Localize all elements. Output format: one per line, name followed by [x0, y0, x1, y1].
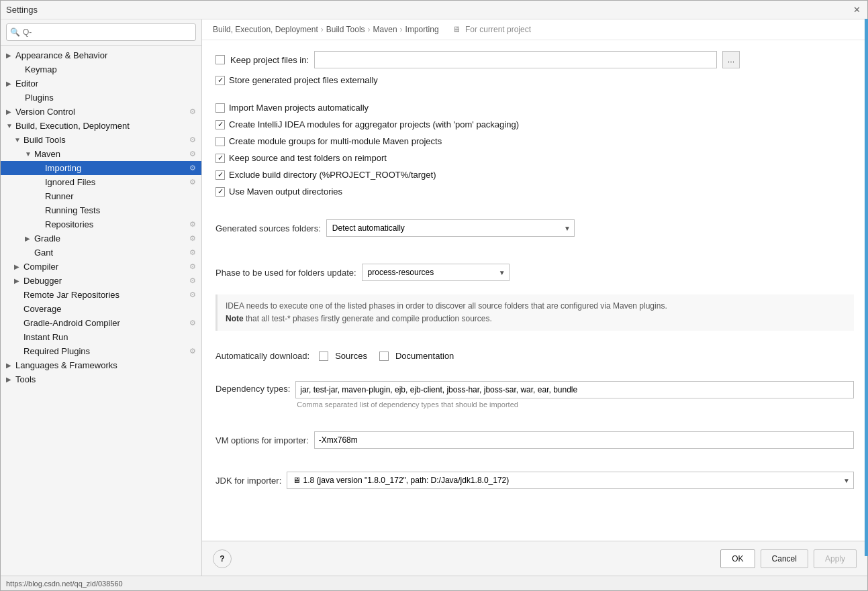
create-module-groups-checkbox[interactable] — [215, 137, 225, 146]
sidebar-item-label: Plugins — [25, 93, 196, 103]
import-maven-checkbox[interactable] — [215, 103, 225, 113]
auto-download-label: Automatically download: — [215, 351, 309, 361]
keep-project-files-input[interactable] — [314, 51, 717, 68]
sidebar-item-keymap[interactable]: Keymap — [1, 62, 201, 76]
sidebar-item-label: Ignored Files — [45, 177, 189, 187]
sidebar-item-ignored-files[interactable]: Ignored Files ⚙ — [1, 175, 201, 189]
expand-icon: ▼ — [6, 122, 15, 129]
jdk-label: JDK for importer: — [215, 476, 281, 486]
generated-sources-dropdown-wrapper: Detect automatically target/generated-so… — [326, 219, 575, 237]
cancel-button[interactable]: Cancel — [761, 549, 808, 568]
sources-checkbox[interactable] — [319, 352, 328, 361]
auto-download-row: Automatically download: Sources Document… — [215, 351, 854, 361]
jdk-dropdown[interactable]: 🖥 1.8 (java version "1.8.0_172", path: D… — [287, 472, 854, 489]
import-maven-row: Import Maven projects automatically — [215, 103, 854, 113]
sidebar-item-build-tools[interactable]: ▼ Build Tools ⚙ — [1, 133, 201, 147]
keep-project-files-label: Keep project files in: — [230, 55, 309, 65]
breadcrumb-sep-3: › — [400, 25, 403, 34]
apply-button[interactable]: Apply — [814, 549, 857, 568]
help-button[interactable]: ? — [213, 549, 232, 568]
sidebar-item-label: Remote Jar Repositories — [23, 290, 189, 300]
status-bar: https://blog.csdn.net/qq_zid/038560 — [1, 576, 867, 590]
vm-options-row: VM options for importer: — [215, 431, 854, 449]
sidebar-item-label: Build Tools — [23, 135, 189, 145]
dependency-field: Comma separated list of dependency types… — [295, 381, 854, 409]
keep-source-row: Keep source and test folders on reimport — [215, 153, 854, 163]
settings-icon: ⚙ — [189, 276, 196, 285]
expand-icon: ▶ — [6, 80, 15, 87]
settings-icon: ⚙ — [189, 347, 196, 356]
sidebar-item-runner[interactable]: Runner — [1, 189, 201, 203]
content-scroll: Keep project files in: … Store generated… — [202, 40, 867, 541]
titlebar-title: Settings — [6, 5, 38, 15]
sidebar-item-languages[interactable]: ▶ Languages & Frameworks — [1, 358, 201, 372]
sidebar-item-instant-run[interactable]: Instant Run — [1, 330, 201, 344]
sidebar-item-compiler[interactable]: ▶ Compiler ⚙ — [1, 260, 201, 274]
expand-icon: ▼ — [14, 136, 23, 144]
sidebar-item-label: Importing — [45, 163, 189, 173]
sidebar-item-label: Gradle — [34, 233, 189, 244]
documentation-checkbox[interactable] — [379, 352, 389, 361]
breadcrumb: Build, Execution, Deployment › Build Too… — [202, 19, 867, 40]
search-input[interactable] — [6, 23, 196, 41]
settings-icon: ⚙ — [189, 164, 196, 172]
ok-button[interactable]: OK — [720, 549, 755, 568]
sidebar-item-gant[interactable]: Gant ⚙ — [1, 246, 201, 260]
exclude-build-label: Exclude build directory (%PROJECT_ROOT%/… — [229, 170, 436, 180]
expand-icon: ▼ — [25, 150, 34, 158]
store-generated-row: Store generated project files externally — [215, 75, 854, 85]
use-maven-checkbox[interactable] — [215, 187, 225, 197]
create-module-groups-label: Create module groups for multi-module Ma… — [229, 136, 442, 146]
sidebar-item-coverage[interactable]: Coverage — [1, 302, 201, 316]
generated-sources-label: Generated sources folders: — [215, 223, 321, 233]
sidebar-item-label: Keymap — [25, 64, 196, 74]
sidebar-item-plugins[interactable]: Plugins — [1, 91, 201, 105]
sidebar-item-tools[interactable]: ▶ Tools — [1, 372, 201, 386]
breadcrumb-sep-2: › — [368, 25, 371, 34]
sidebar-item-label: Build, Execution, Deployment — [15, 121, 196, 131]
sidebar-item-label: Instant Run — [23, 332, 196, 342]
close-button[interactable]: ✕ — [851, 5, 862, 15]
breadcrumb-part-3[interactable]: Maven — [373, 25, 397, 34]
sidebar-item-label: Repositories — [45, 219, 189, 229]
search-box: 🔍 — [1, 19, 201, 46]
sidebar-item-debugger[interactable]: ▶ Debugger ⚙ — [1, 274, 201, 288]
use-maven-label: Use Maven output directories — [229, 186, 342, 197]
sidebar-item-label: Coverage — [23, 304, 196, 314]
note-text: Note that all test-* phases firstly gene… — [226, 313, 846, 325]
create-intellij-checkbox[interactable] — [215, 120, 225, 129]
breadcrumb-part-2[interactable]: Build Tools — [326, 25, 365, 34]
settings-icon: ⚙ — [189, 136, 196, 144]
note-suffix: that all test-* phases firstly generate … — [244, 314, 492, 323]
breadcrumb-part-1[interactable]: Build, Execution, Deployment — [213, 25, 318, 34]
sidebar-item-appearance[interactable]: ▶ Appearance & Behavior — [1, 48, 201, 62]
sidebar-item-remote-jar[interactable]: Remote Jar Repositories ⚙ — [1, 288, 201, 302]
keep-project-files-checkbox[interactable] — [215, 55, 225, 64]
browse-button[interactable]: … — [722, 51, 740, 68]
sidebar-item-maven[interactable]: ▼ Maven ⚙ — [1, 147, 201, 161]
sidebar-item-gradle-android[interactable]: Gradle-Android Compiler ⚙ — [1, 316, 201, 330]
sidebar-item-importing[interactable]: Importing ⚙ — [1, 161, 201, 175]
sidebar-item-version-control[interactable]: ▶ Version Control ⚙ — [1, 105, 201, 119]
vm-options-input[interactable] — [314, 431, 854, 449]
sidebar-item-running-tests[interactable]: Running Tests — [1, 203, 201, 217]
exclude-build-checkbox[interactable] — [215, 170, 225, 180]
jdk-dropdown-wrapper: 🖥 1.8 (java version "1.8.0_172", path: D… — [287, 472, 854, 489]
sidebar-item-required-plugins[interactable]: Required Plugins ⚙ — [1, 344, 201, 358]
vm-options-label: VM options for importer: — [215, 435, 309, 445]
keep-source-checkbox[interactable] — [215, 154, 225, 163]
expand-icon: ▶ — [14, 277, 23, 284]
sidebar-item-gradle[interactable]: ▶ Gradle ⚙ — [1, 231, 201, 246]
keep-project-files-row: Keep project files in: … — [215, 51, 854, 68]
phase-dropdown[interactable]: process-resources generate-sources gener… — [362, 264, 510, 281]
phase-dropdown-wrapper: process-resources generate-sources gener… — [362, 264, 510, 281]
store-generated-checkbox[interactable] — [215, 76, 225, 85]
sidebar-tree: ▶ Appearance & Behavior Keymap ▶ Editor … — [1, 46, 201, 576]
generated-sources-dropdown[interactable]: Detect automatically target/generated-so… — [326, 219, 575, 237]
content-area: Build, Execution, Deployment › Build Too… — [202, 19, 867, 576]
settings-form: Keep project files in: … Store generated… — [215, 51, 854, 492]
sidebar-item-repositories[interactable]: Repositories ⚙ — [1, 217, 201, 231]
sidebar-item-editor[interactable]: ▶ Editor — [1, 76, 201, 91]
dependency-types-input[interactable] — [295, 381, 854, 398]
sidebar-item-build-execution[interactable]: ▼ Build, Execution, Deployment — [1, 119, 201, 133]
